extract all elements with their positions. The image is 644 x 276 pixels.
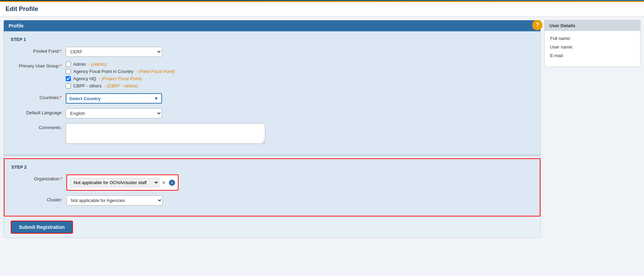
organization-select[interactable]: Not applicable for OCHA/cluster staff: [70, 178, 159, 187]
cluster-select[interactable]: Not applicable for Agencies: [66, 195, 163, 205]
page-title: Edit Profile: [0, 2, 644, 17]
profile-card-header: Profile: [4, 20, 540, 31]
step1-section: STEP 1 Pooled Fund:* CERF CBPF: [4, 31, 540, 154]
checkbox-cbpf-others-input[interactable]: [66, 83, 71, 88]
checkbox-agency-hq[interactable]: Agency HQ - (Project Focal Point): [66, 76, 175, 81]
user-details-body: Full name: User name: E-mail:: [545, 31, 640, 66]
divider: [4, 154, 540, 156]
user-name-row: User name:: [550, 44, 635, 50]
step1-title: STEP 1: [11, 37, 534, 42]
default-language-row: Default Language English French Spanish: [11, 108, 534, 118]
clear-organization-button[interactable]: ✕: [161, 180, 167, 185]
full-name-label: Full name:: [550, 36, 571, 41]
countries-arrow-icon: ▼: [154, 96, 159, 101]
email-row: E-mail:: [550, 53, 635, 58]
step2-section: STEP 2 Organization:* Not applicable for…: [4, 158, 540, 216]
main-container: ? Profile STEP 1 Pooled Fund:* CERF CBPF: [0, 17, 644, 242]
profile-card: Profile STEP 1 Pooled Fund:* CERF CBPF: [3, 20, 541, 238]
org-select-inner: Not applicable for OCHA/cluster staff ✕: [70, 178, 167, 187]
organization-row: Organization:* Not applicable for OCHA/c…: [11, 174, 533, 191]
left-content: Profile STEP 1 Pooled Fund:* CERF CBPF: [3, 20, 541, 238]
cluster-label: Cluster:: [11, 195, 66, 202]
primary-user-group-label: Primary User Group:*: [11, 62, 66, 68]
email-label: E-mail:: [550, 53, 564, 58]
card-body: STEP 1 Pooled Fund:* CERF CBPF: [4, 31, 540, 238]
full-name-row: Full name:: [550, 36, 635, 41]
user-name-label: User name:: [550, 44, 573, 50]
step2-title: STEP 2: [11, 164, 533, 170]
comments-label: Comments:: [11, 123, 66, 130]
comments-row: Comments:: [11, 123, 534, 144]
pooled-fund-select[interactable]: CERF CBPF: [66, 47, 162, 57]
checkbox-cbpf-others[interactable]: CBPF - others - (CBPF - others): [66, 83, 175, 88]
pooled-fund-label: Pooled Fund:*: [11, 47, 66, 54]
checkbox-admin[interactable]: Admin - (Admin): [66, 62, 175, 67]
help-icon[interactable]: ?: [532, 20, 543, 30]
countries-select[interactable]: Select Country ▼: [66, 93, 162, 104]
default-language-label: Default Language: [11, 108, 66, 115]
user-details-card: User Details Full name: User name: E-mai…: [544, 20, 641, 67]
comments-textarea[interactable]: [66, 123, 265, 144]
checkbox-agency-focal-input[interactable]: [66, 69, 71, 74]
countries-label: Countries:*: [11, 93, 66, 100]
default-language-select[interactable]: English French Spanish: [66, 108, 162, 118]
checkbox-agency-focal[interactable]: Agency Focal Point in Country - (Field F…: [66, 69, 175, 74]
checkbox-admin-input[interactable]: [66, 62, 71, 67]
organization-label: Organization:*: [11, 174, 66, 181]
user-details-header: User Details: [545, 20, 640, 31]
organization-field-wrapper: Not applicable for OCHA/cluster staff ✕ …: [66, 174, 179, 191]
cluster-row: Cluster: Not applicable for Agencies: [11, 195, 533, 205]
submit-registration-button[interactable]: Submit Registration: [11, 221, 73, 234]
primary-user-group-row: Primary User Group:* Admin - (Admin) Age…: [11, 62, 534, 88]
checkbox-agency-hq-input[interactable]: [66, 76, 71, 81]
organization-info-icon[interactable]: i: [169, 180, 175, 186]
pooled-fund-row: Pooled Fund:* CERF CBPF: [11, 47, 534, 57]
submit-row: Submit Registration: [4, 216, 540, 238]
countries-row: Countries:* Select Country ▼: [11, 93, 534, 104]
user-group-checkboxes: Admin - (Admin) Agency Focal Point in Co…: [66, 62, 175, 88]
